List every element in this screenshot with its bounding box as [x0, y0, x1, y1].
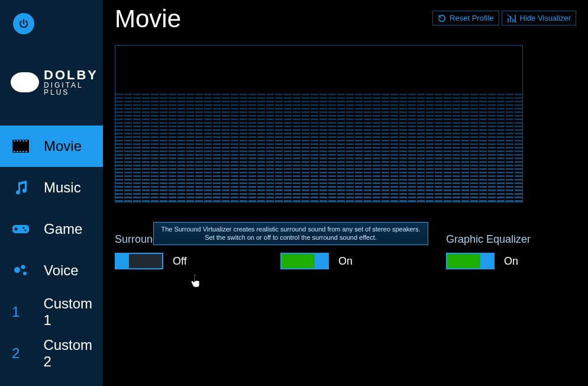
switch-state: Off: [173, 255, 187, 268]
sidebar-item-game[interactable]: Game: [0, 208, 103, 250]
svg-rect-6: [25, 140, 27, 141]
brand-logo: DOLBY DIGITAL PLUS: [11, 69, 103, 96]
gamepad-icon: [12, 224, 30, 234]
svg-rect-15: [14, 229, 18, 230]
app-window: DOLBY DIGITAL PLUS Movie Music: [0, 0, 588, 386]
svg-rect-8: [17, 151, 18, 152]
brand-word: DOLBY: [44, 69, 103, 82]
graphic-equalizer-toggle[interactable]: [446, 253, 495, 269]
control-graphic-equalizer: Graphic Equalizer On: [446, 233, 576, 269]
sidebar-nav: Movie Music Game Voice 1: [0, 126, 103, 374]
reset-profile-button[interactable]: Reset Profile: [432, 11, 499, 25]
sidebar-item-label: Movie: [44, 138, 82, 155]
control-label: Graphic Equalizer: [446, 233, 576, 246]
surround-virtualizer-toggle[interactable]: [115, 253, 163, 269]
sidebar-item-voice[interactable]: Voice: [0, 250, 103, 291]
sidebar-item-music[interactable]: Music: [0, 167, 103, 208]
power-button[interactable]: [13, 13, 34, 34]
sidebar-item-label: Custom 2: [43, 337, 103, 370]
sidebar-item-label: Music: [44, 179, 81, 196]
power-icon: [18, 18, 29, 29]
visualizer-wrap: 36dB 24dB 12dB 0dB -12dB: [115, 45, 576, 202]
sidebar-item-movie[interactable]: Movie: [0, 126, 103, 167]
svg-rect-5: [22, 140, 24, 141]
sidebar-item-custom-1[interactable]: 1 Custom 1: [0, 291, 103, 333]
hide-visualizer-button[interactable]: Hide Visualizer: [502, 11, 576, 25]
button-label: Hide Visualizer: [520, 14, 571, 22]
header: Movie Reset Profile Hide Visualizer: [115, 0, 576, 33]
audio-visualizer: [115, 45, 523, 202]
music-icon: [12, 180, 30, 195]
brand-subtitle: DIGITAL PLUS: [44, 82, 103, 96]
main-panel: Movie Reset Profile Hide Visualizer 36dB…: [103, 0, 588, 386]
sidebar: DOLBY DIGITAL PLUS Movie Music: [0, 0, 103, 386]
svg-point-19: [21, 265, 25, 269]
svg-point-18: [14, 267, 20, 273]
sidebar-item-custom-2[interactable]: 2 Custom 2: [0, 333, 103, 374]
svg-rect-11: [25, 151, 27, 152]
sidebar-item-label: Voice: [44, 262, 79, 279]
film-icon: [12, 140, 30, 153]
svg-rect-9: [20, 151, 21, 152]
switch-state: On: [338, 255, 353, 268]
volume-leveler-toggle[interactable]: [280, 253, 329, 269]
svg-rect-3: [17, 140, 18, 141]
svg-rect-4: [20, 140, 21, 141]
svg-rect-7: [14, 151, 15, 152]
voice-icon: [12, 264, 30, 277]
page-title: Movie: [115, 5, 181, 33]
sidebar-item-label: Custom 1: [43, 295, 103, 329]
sidebar-item-label: Game: [44, 221, 82, 237]
custom-number: 1: [12, 304, 29, 320]
svg-rect-10: [22, 151, 24, 152]
switch-state: On: [504, 255, 518, 268]
svg-point-20: [23, 272, 27, 275]
dolby-mark-icon: [11, 72, 39, 92]
svg-point-16: [23, 227, 25, 229]
svg-rect-12: [12, 142, 29, 150]
visualizer-icon: [507, 14, 516, 22]
tooltip-surround-virtualizer: The Surround Virtualizer creates realist…: [153, 222, 428, 245]
svg-rect-2: [14, 140, 15, 141]
reset-icon: [438, 14, 446, 22]
button-label: Reset Profile: [450, 14, 493, 22]
svg-point-17: [25, 230, 27, 231]
custom-number: 2: [12, 345, 29, 362]
